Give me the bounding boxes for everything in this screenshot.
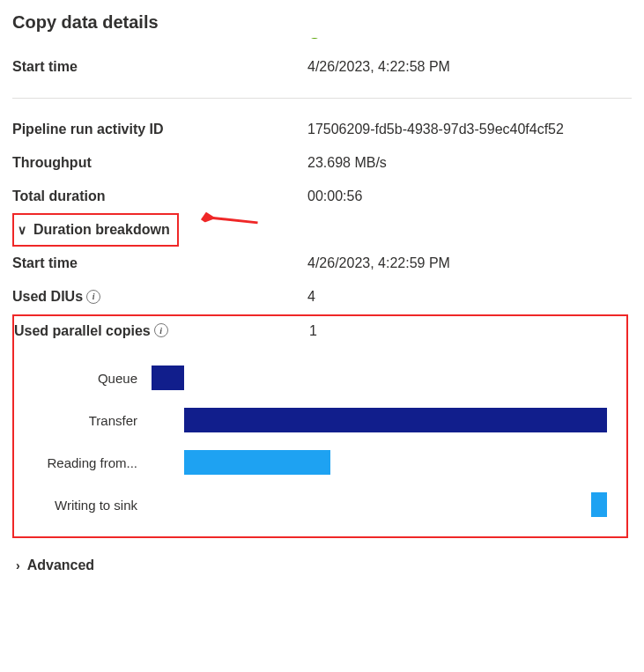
page-title: Copy data details xyxy=(12,12,632,33)
status-label: Status xyxy=(12,38,307,40)
divider xyxy=(12,98,632,99)
success-icon xyxy=(307,38,322,39)
chevron-right-icon: › xyxy=(16,559,20,572)
advanced-toggle[interactable]: › Advanced xyxy=(12,550,632,580)
duration-breakdown-toggle[interactable]: ∨ Duration breakdown xyxy=(14,215,174,245)
chart-track xyxy=(152,408,607,432)
chevron-down-icon: ∨ xyxy=(18,224,26,236)
breakdown-start-time-row: Start time 4/26/2023, 4:22:59 PM xyxy=(12,247,632,280)
used-dius-label: Used DIUs xyxy=(12,289,307,306)
chart-bar xyxy=(591,492,607,517)
chart-row: Queue xyxy=(14,357,607,399)
pipeline-id-row: Pipeline run activity ID 17506209-fd5b-4… xyxy=(12,113,632,146)
info-icon[interactable] xyxy=(86,290,100,304)
breakdown-start-time-label: Start time xyxy=(12,255,307,271)
throughput-label: Throughput xyxy=(12,155,307,171)
annotation-box-breakdown: ∨ Duration breakdown xyxy=(12,213,179,247)
chart-bar-label: Writing to sink xyxy=(14,498,152,513)
chart-bar-label: Queue xyxy=(14,371,152,386)
advanced-label: Advanced xyxy=(27,558,94,573)
chart-track xyxy=(152,492,607,517)
used-parallel-label: Used parallel copies xyxy=(14,323,309,340)
status-value: Succeeded xyxy=(307,38,399,40)
breakdown-start-time-value: 4/26/2023, 4:22:59 PM xyxy=(307,255,450,271)
start-time-value: 4/26/2023, 4:22:58 PM xyxy=(307,59,450,75)
chart-track xyxy=(152,366,607,390)
start-time-row: Start time 4/26/2023, 4:22:58 PM xyxy=(12,50,632,84)
used-dius-value: 4 xyxy=(307,289,315,305)
throughput-row: Throughput 23.698 MB/s xyxy=(12,146,632,180)
throughput-value: 23.698 MB/s xyxy=(307,155,387,171)
total-duration-label: Total duration xyxy=(12,188,307,204)
pipeline-id-value: 17506209-fd5b-4938-97d3-59ec40f4cf52 xyxy=(307,122,564,137)
chart-row: Transfer xyxy=(14,399,607,441)
chart-bar-label: Transfer xyxy=(14,413,152,428)
chart-bar xyxy=(184,408,607,432)
used-dius-row: Used DIUs 4 xyxy=(12,280,632,314)
chart-bar-label: Reading from... xyxy=(14,455,152,470)
info-icon[interactable] xyxy=(154,323,168,337)
chart-track xyxy=(152,450,607,475)
pipeline-id-label: Pipeline run activity ID xyxy=(12,122,307,137)
chart-row: Reading from... xyxy=(14,441,607,484)
used-parallel-value: 1 xyxy=(309,323,317,339)
used-parallel-row: Used parallel copies 1 xyxy=(14,320,625,349)
status-text: Succeeded xyxy=(329,38,399,40)
chart-bar xyxy=(152,366,184,390)
total-duration-value: 00:00:56 xyxy=(307,188,362,204)
status-row-clipped: Status Succeeded xyxy=(12,38,632,50)
total-duration-row: Total duration 00:00:56 xyxy=(12,180,632,213)
duration-breakdown-label: Duration breakdown xyxy=(33,222,170,238)
chart-row: Writing to sink xyxy=(14,484,607,526)
start-time-label: Start time xyxy=(12,59,307,75)
duration-breakdown-chart: QueueTransferReading from...Writing to s… xyxy=(14,348,625,529)
annotation-box-chart: Used parallel copies 1 QueueTransferRead… xyxy=(12,314,628,539)
chart-bar xyxy=(184,450,330,475)
